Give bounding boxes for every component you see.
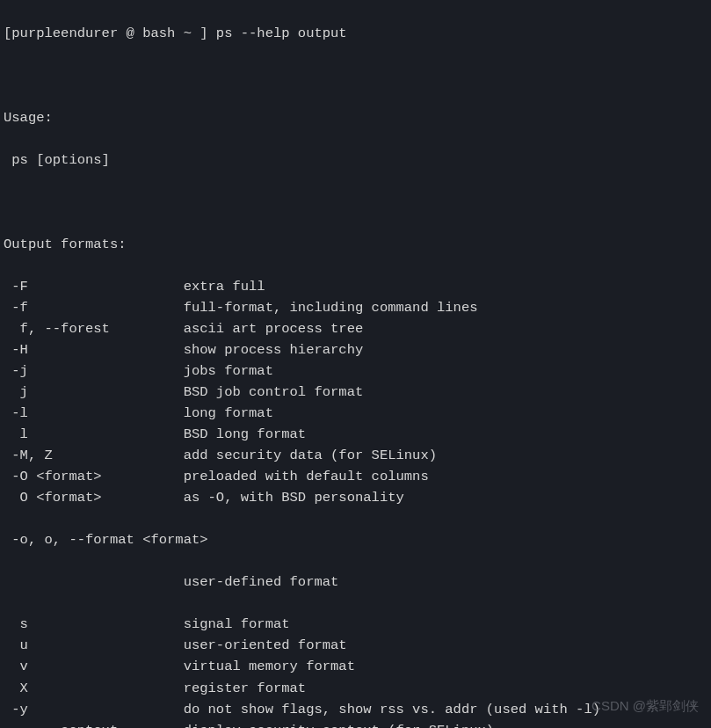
option-desc: user-oriented format: [184, 637, 347, 653]
option-pad: [4, 574, 184, 590]
format-flag-line: -o, o, --format <format>: [4, 529, 707, 550]
blank-line: [4, 192, 707, 213]
option-desc: jobs format: [184, 363, 273, 379]
option-flag: u: [4, 637, 184, 653]
section-header: Output formats:: [4, 234, 707, 255]
option-flag: -F: [4, 279, 184, 295]
option-line: -M, Z add security data (for SELinux): [4, 445, 707, 466]
command-text: ps --help output: [216, 25, 347, 41]
option-desc: extra full: [184, 279, 265, 295]
option-line: -j jobs format: [4, 360, 707, 382]
option-desc: full-format, including command lines: [184, 300, 478, 316]
option-desc: virtual memory format: [184, 659, 355, 674]
option-flag: -H: [4, 342, 184, 358]
option-line: j BSD job control format: [4, 382, 707, 403]
option-desc: preloaded with default columns: [184, 469, 429, 484]
option-flag: X: [4, 681, 184, 696]
format-desc-line: user-defined format: [4, 571, 707, 593]
option-line: -O <format> preloaded with default colum…: [4, 466, 707, 487]
option-line: f, --forest ascii art process tree: [4, 318, 707, 339]
option-line: -F extra full: [4, 276, 707, 297]
option-desc: as -O, with BSD personality: [184, 490, 404, 506]
option-desc: BSD long format: [184, 426, 307, 442]
option-line: -l long format: [4, 403, 707, 424]
option-flag: -M, Z: [4, 448, 184, 463]
option-flag: --context: [4, 723, 184, 728]
option-desc: BSD job control format: [184, 384, 364, 400]
option-flag: f, --forest: [4, 321, 184, 337]
option-desc: register format: [184, 681, 307, 696]
option-flag: -l: [4, 405, 184, 421]
option-line: l BSD long format: [4, 424, 707, 445]
watermark: CSDN @紫郢剑侠: [591, 695, 699, 716]
option-flag: -O <format>: [4, 469, 184, 484]
option-line: -f full-format, including command lines: [4, 297, 707, 318]
option-flag: v: [4, 659, 184, 674]
option-line: --context display security context (for …: [4, 720, 707, 728]
blank-line: [4, 65, 707, 86]
option-line: s signal format: [4, 614, 707, 635]
option-desc: add security data (for SELinux): [184, 448, 437, 463]
option-line: v virtual memory format: [4, 656, 707, 677]
option-desc: signal format: [184, 616, 290, 632]
option-flag: O <format>: [4, 490, 184, 506]
prompt-text: [purpleendurer @ bash ~ ]: [4, 25, 216, 41]
usage-line: ps [options]: [4, 149, 707, 171]
option-line: -H show process hierarchy: [4, 339, 707, 360]
option-flag: -f: [4, 300, 184, 316]
option-desc: long format: [184, 405, 273, 421]
option-line: O <format> as -O, with BSD personality: [4, 487, 707, 508]
option-flag: j: [4, 384, 184, 400]
option-flag: l: [4, 426, 184, 442]
option-desc: user-defined format: [184, 574, 339, 590]
option-desc: display security context (for SELinux): [184, 723, 494, 728]
option-flag: -y: [4, 702, 184, 717]
option-desc: show process hierarchy: [184, 342, 364, 358]
option-flag: -j: [4, 363, 184, 379]
option-desc: ascii art process tree: [184, 321, 364, 337]
option-line: u user-oriented format: [4, 635, 707, 656]
usage-header: Usage:: [4, 107, 707, 128]
terminal-output[interactable]: [purpleendurer @ bash ~ ] ps --help outp…: [4, 2, 707, 728]
option-flag: s: [4, 616, 184, 632]
option-desc: do not show flags, show rss vs. addr (us…: [184, 702, 600, 717]
prompt-line-1: [purpleendurer @ bash ~ ] ps --help outp…: [4, 23, 707, 44]
